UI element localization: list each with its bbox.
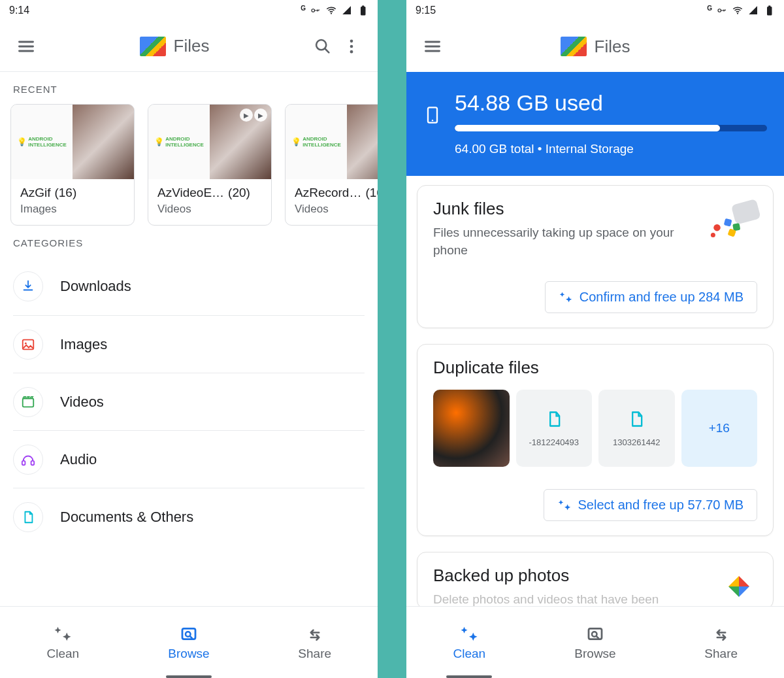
- category-label: Documents & Others: [60, 509, 193, 526]
- share-icon: [305, 624, 325, 644]
- recent-count: (16): [365, 186, 378, 200]
- recent-card[interactable]: 💡ANDROIDINTELLIGENCE ▶ ▶ AzVideoE… (20) …: [148, 104, 272, 226]
- backed-photos-card[interactable]: Backed up photos Delete photos and video…: [417, 552, 774, 606]
- play-icon: ▶: [240, 109, 253, 122]
- junk-action-button[interactable]: Confirm and free up 284 MB: [545, 281, 757, 313]
- category-videos[interactable]: Videos: [13, 373, 365, 430]
- category-images[interactable]: Images: [13, 315, 365, 373]
- sparkle-icon: [53, 624, 73, 644]
- files-logo-icon: [561, 37, 587, 56]
- cell-icon: [341, 5, 353, 16]
- menu-button[interactable]: [12, 32, 41, 61]
- hamburger-icon: [423, 37, 442, 56]
- recent-sub: Videos: [157, 203, 262, 216]
- recent-thumb: 💡ANDROIDINTELLIGENCE ▶: [286, 105, 378, 179]
- sparkle-icon: [559, 290, 573, 305]
- nav-clean[interactable]: Clean: [0, 607, 126, 678]
- category-documents[interactable]: Documents & Others: [13, 488, 365, 545]
- more-vert-icon: [342, 37, 361, 56]
- nav-label: Browse: [574, 647, 615, 661]
- category-label: Audio: [60, 451, 97, 468]
- card-title: Backed up photos: [433, 566, 757, 586]
- svg-point-22: [711, 233, 715, 237]
- headphones-icon: [21, 452, 35, 467]
- category-label: Images: [60, 336, 107, 353]
- status-time: 9:15: [416, 5, 436, 16]
- more-button[interactable]: [337, 32, 366, 61]
- nav-label: Clean: [453, 647, 486, 661]
- play-icon: ▶: [254, 109, 267, 122]
- storage-header[interactable]: 54.88 GB used 64.00 GB total • Internal …: [406, 72, 784, 176]
- search-button[interactable]: [308, 32, 337, 61]
- recent-thumb: 💡ANDROIDINTELLIGENCE ▶ ▶: [148, 105, 271, 179]
- category-label: Videos: [60, 394, 104, 411]
- duplicate-item[interactable]: 1303261442: [598, 390, 675, 467]
- nav-share[interactable]: Share: [658, 607, 784, 678]
- duplicate-more-label: +16: [709, 421, 730, 435]
- storage-progress-fill: [455, 125, 720, 131]
- nav-share[interactable]: Share: [252, 607, 378, 678]
- nav-browse[interactable]: Browse: [126, 607, 252, 678]
- duplicate-action-button[interactable]: Select and free up 57.70 MB: [544, 489, 758, 521]
- category-audio[interactable]: Audio: [13, 430, 365, 488]
- sparkle-icon: [557, 498, 572, 513]
- recent-card[interactable]: 💡ANDROIDINTELLIGENCE ▶ AzRecord… (16) Vi…: [285, 104, 378, 226]
- nav-indicator: [446, 675, 492, 678]
- menu-button[interactable]: [418, 32, 447, 61]
- duplicate-files-card[interactable]: Duplicate files -1812240493 1303261442 +…: [417, 344, 774, 536]
- nav-browse[interactable]: Browse: [532, 607, 659, 678]
- broom-icon: [704, 196, 762, 242]
- junk-files-card[interactable]: Junk files Files unnecessarily taking up…: [417, 185, 774, 328]
- recent-sub: Images: [20, 203, 125, 216]
- browse-screen: 9:14 G Files RECENT: [0, 0, 378, 678]
- recent-title: AzGif: [20, 186, 50, 200]
- battery-icon: [763, 5, 775, 16]
- key-icon: [716, 5, 728, 16]
- download-icon: [21, 279, 35, 294]
- document-icon: [21, 510, 35, 524]
- duplicate-more[interactable]: +16: [681, 390, 758, 467]
- status-bar: 9:14 G: [0, 0, 378, 21]
- recent-count: (20): [228, 186, 250, 200]
- google-photos-icon: [718, 566, 760, 606]
- sparkle-icon: [459, 624, 479, 644]
- duplicate-item[interactable]: -1812240493: [516, 390, 593, 467]
- storage-used-text: 54.88 GB used: [455, 90, 767, 116]
- card-title: Duplicate files: [433, 358, 757, 378]
- categories-label: CATEGORIES: [0, 226, 378, 258]
- nav-clean[interactable]: Clean: [406, 607, 532, 678]
- svg-point-21: [713, 224, 721, 231]
- status-icons: G: [301, 5, 368, 16]
- categories-list: Downloads Images Videos Audio Documents …: [0, 258, 378, 545]
- key-icon: [310, 5, 321, 16]
- app-title: Files: [595, 37, 630, 57]
- phone-icon: [423, 106, 442, 124]
- duplicate-item[interactable]: [433, 390, 510, 467]
- bottom-nav: Clean Browse Share: [406, 606, 784, 678]
- category-downloads[interactable]: Downloads: [13, 258, 365, 315]
- app-title: Files: [174, 36, 210, 56]
- files-logo-icon: [140, 37, 166, 56]
- file-icon: [545, 410, 563, 428]
- status-icons: G: [707, 5, 775, 16]
- browse-icon: [179, 624, 199, 644]
- nav-label: Clean: [47, 647, 80, 661]
- duplicate-label: 1303261442: [613, 437, 660, 447]
- browse-content: RECENT 💡ANDROIDINTELLIGENCE AzGif (16) I…: [0, 72, 378, 606]
- nav-label: Share: [298, 647, 331, 661]
- nav-indicator: [166, 675, 212, 678]
- search-icon: [314, 37, 332, 56]
- battery-icon: [357, 5, 368, 16]
- file-icon: [627, 410, 645, 428]
- duplicate-label: -1812240493: [529, 437, 579, 447]
- recent-row[interactable]: 💡ANDROIDINTELLIGENCE AzGif (16) Images 💡…: [0, 104, 378, 226]
- wifi-icon: [325, 5, 337, 16]
- status-bar: 9:15 G: [406, 0, 784, 21]
- video-icon: [21, 395, 35, 409]
- svg-rect-18: [724, 218, 732, 227]
- recent-card[interactable]: 💡ANDROIDINTELLIGENCE AzGif (16) Images: [10, 104, 135, 226]
- action-label: Confirm and free up 284 MB: [580, 290, 743, 305]
- app-bar: Files: [0, 21, 378, 72]
- clean-body: Junk files Files unnecessarily taking up…: [406, 176, 784, 606]
- card-sub: Delete photos and videos that have been: [433, 591, 676, 606]
